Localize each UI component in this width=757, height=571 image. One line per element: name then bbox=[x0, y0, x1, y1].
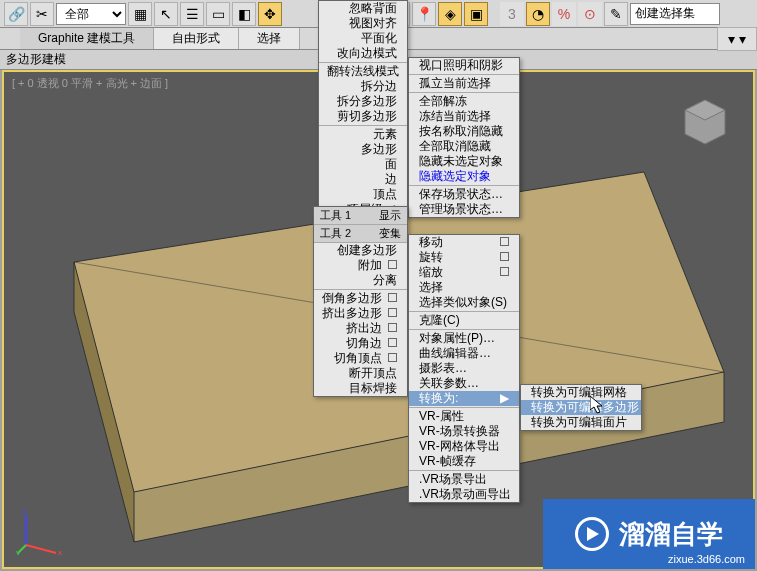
menu-convert-editable-patch[interactable]: 转换为可编辑面片 bbox=[521, 415, 641, 430]
menu-chamfer-edge[interactable]: 切角边 bbox=[314, 336, 407, 351]
ribbon-tab-freeform[interactable]: 自由形式 bbox=[154, 28, 239, 49]
ribbon-expand-icon[interactable]: ▾ ▾ bbox=[717, 27, 757, 51]
context-menu-quad-topleft: 忽略背面 视图对齐 平面化 改向边模式 翻转法线模式 拆分边 拆分多边形 剪切多… bbox=[318, 0, 408, 218]
axis-gizmo: z x y bbox=[16, 505, 66, 555]
menu-vr-anim-export[interactable]: .VR场景动画导出 bbox=[409, 487, 519, 502]
menu-vr-properties[interactable]: VR-属性 bbox=[409, 407, 519, 424]
context-menu-quad-bottomright: 移动 旋转 缩放 选择 选择类似对象(S) 克隆(C) 对象属性(P)… 曲线编… bbox=[408, 234, 520, 503]
play-icon bbox=[575, 517, 609, 551]
menu-flip-normals[interactable]: 翻转法线模式 bbox=[319, 62, 407, 79]
menu-unfreeze-all[interactable]: 全部解冻 bbox=[409, 92, 519, 109]
ribbon-tab-graphite[interactable]: Graphite 建模工具 bbox=[20, 28, 154, 49]
menu-freeze-selection[interactable]: 冻结当前选择 bbox=[409, 109, 519, 124]
angle-snap-icon[interactable]: ◔ bbox=[526, 2, 550, 26]
menu3-header1: 工具 1显示 bbox=[314, 207, 407, 225]
select-icon[interactable]: ▦ bbox=[128, 2, 152, 26]
menu-rotate[interactable]: 旋转 bbox=[409, 250, 519, 265]
svg-text:z: z bbox=[22, 506, 26, 515]
menu-hide-unselected[interactable]: 隐藏未选定对象 bbox=[409, 154, 519, 169]
cursor-icon bbox=[590, 396, 606, 416]
snap-box-icon[interactable]: ▣ bbox=[464, 2, 488, 26]
menu-create-poly[interactable]: 创建多边形 bbox=[314, 243, 407, 258]
svg-text:y: y bbox=[16, 548, 20, 555]
menu-hide-selection[interactable]: 隐藏选定对象 bbox=[409, 169, 519, 184]
watermark-brand: 溜溜自学 bbox=[619, 517, 723, 552]
menu-planarize[interactable]: 平面化 bbox=[319, 31, 407, 46]
menu-detach[interactable]: 分离 bbox=[314, 273, 407, 288]
menu-break-vertex[interactable]: 断开顶点 bbox=[314, 366, 407, 381]
snap-toggle-icon[interactable]: 3 bbox=[500, 2, 524, 26]
rect-select-icon[interactable]: ▭ bbox=[206, 2, 230, 26]
menu-manage-scene-state[interactable]: 管理场景状态… bbox=[409, 202, 519, 217]
window-cross-icon[interactable]: ◧ bbox=[232, 2, 256, 26]
edit-named-icon[interactable]: ✎ bbox=[604, 2, 628, 26]
menu-vr-frame-buffer[interactable]: VR-帧缓存 bbox=[409, 454, 519, 469]
menu-face[interactable]: 面 bbox=[319, 157, 407, 172]
watermark-url: zixue.3d66.com bbox=[668, 553, 745, 565]
menu-vertex[interactable]: 顶点 bbox=[319, 187, 407, 202]
menu-target-weld[interactable]: 目标焊接 bbox=[314, 381, 407, 396]
menu-polygon[interactable]: 多边形 bbox=[319, 142, 407, 157]
svg-line-16 bbox=[26, 545, 56, 553]
context-menu-quad-topright: 视口照明和阴影 孤立当前选择 全部解冻 冻结当前选择 按名称取消隐藏 全部取消隐… bbox=[408, 57, 520, 218]
menu-dope-sheet[interactable]: 摄影表… bbox=[409, 361, 519, 376]
viewcube[interactable] bbox=[675, 92, 735, 152]
spinner-snap-icon[interactable]: ⊙ bbox=[578, 2, 602, 26]
svg-text:x: x bbox=[58, 548, 62, 555]
menu-convert-editable-mesh[interactable]: 转换为可编辑网格 bbox=[521, 385, 641, 400]
menu-isolate-selection[interactable]: 孤立当前选择 bbox=[409, 74, 519, 91]
menu-edge[interactable]: 边 bbox=[319, 172, 407, 187]
menu-vr-scene-converter[interactable]: VR-场景转换器 bbox=[409, 424, 519, 439]
menu-edge-mode[interactable]: 改向边模式 bbox=[319, 46, 407, 61]
menu-unhide-by-name[interactable]: 按名称取消隐藏 bbox=[409, 124, 519, 139]
svg-marker-22 bbox=[587, 527, 599, 541]
poly-model-label: 多边形建模 bbox=[6, 51, 66, 68]
tool-link-icon[interactable]: 🔗 bbox=[4, 2, 28, 26]
menu-view-align[interactable]: 视图对齐 bbox=[319, 16, 407, 31]
menu-scale[interactable]: 缩放 bbox=[409, 265, 519, 280]
filter-dropdown[interactable]: 全部 bbox=[56, 3, 126, 25]
menu-clone[interactable]: 克隆(C) bbox=[409, 311, 519, 328]
selection-set-input[interactable] bbox=[630, 3, 720, 25]
menu-object-props[interactable]: 对象属性(P)… bbox=[409, 329, 519, 346]
name-select-icon[interactable]: ☰ bbox=[180, 2, 204, 26]
menu-vr-scene-export[interactable]: .VR场景导出 bbox=[409, 470, 519, 487]
menu-select[interactable]: 选择 bbox=[409, 280, 519, 295]
menu-chamfer-vertex[interactable]: 切角顶点 bbox=[314, 351, 407, 366]
menu-convert-editable-poly[interactable]: 转换为可编辑多边形 bbox=[521, 400, 641, 415]
watermark: 溜溜自学 zixue.3d66.com bbox=[543, 499, 755, 569]
menu-element[interactable]: 元素 bbox=[319, 125, 407, 142]
svg-marker-21 bbox=[590, 396, 602, 413]
menu-unhide-all[interactable]: 全部取消隐藏 bbox=[409, 139, 519, 154]
cursor-icon[interactable]: ↖ bbox=[154, 2, 178, 26]
menu-attach[interactable]: 附加 bbox=[314, 258, 407, 273]
menu-vr-mesh-export[interactable]: VR-网格体导出 bbox=[409, 439, 519, 454]
menu-curve-editor[interactable]: 曲线编辑器… bbox=[409, 346, 519, 361]
menu3-header2: 工具 2变集 bbox=[314, 225, 407, 243]
menu-save-scene-state[interactable]: 保存场景状态… bbox=[409, 185, 519, 202]
menu-ignore-backface[interactable]: 忽略背面 bbox=[319, 1, 407, 16]
menu-select-similar[interactable]: 选择类似对象(S) bbox=[409, 295, 519, 310]
ribbon-tab-select[interactable]: 选择 bbox=[239, 28, 300, 49]
snap-3d-icon[interactable]: ◈ bbox=[438, 2, 462, 26]
menu-split-poly[interactable]: 拆分多边形 bbox=[319, 94, 407, 109]
menu-extrude-edge[interactable]: 挤出边 bbox=[314, 321, 407, 336]
pin-icon[interactable]: 📍 bbox=[412, 2, 436, 26]
percent-snap-icon[interactable]: % bbox=[552, 2, 576, 26]
menu-cut-poly[interactable]: 剪切多边形 bbox=[319, 109, 407, 124]
convert-to-submenu: 转换为可编辑网格 转换为可编辑多边形 转换为可编辑面片 bbox=[520, 384, 642, 431]
tool-unlink-icon[interactable]: ✂ bbox=[30, 2, 54, 26]
menu-extrude-poly[interactable]: 挤出多边形 bbox=[314, 306, 407, 321]
menu-move[interactable]: 移动 bbox=[409, 235, 519, 250]
context-menu-quad-bottomleft: 工具 1显示 工具 2变集 创建多边形 附加 分离 倒角多边形 挤出多边形 挤出… bbox=[313, 206, 408, 397]
move-icon[interactable]: ✥ bbox=[258, 2, 282, 26]
menu-bevel-poly[interactable]: 倒角多边形 bbox=[314, 289, 407, 306]
menu-convert-to[interactable]: 转换为:▶ bbox=[409, 391, 519, 406]
menu-viewport-lighting[interactable]: 视口照明和阴影 bbox=[409, 58, 519, 73]
menu-wire-params[interactable]: 关联参数… bbox=[409, 376, 519, 391]
menu-split-edge[interactable]: 拆分边 bbox=[319, 79, 407, 94]
